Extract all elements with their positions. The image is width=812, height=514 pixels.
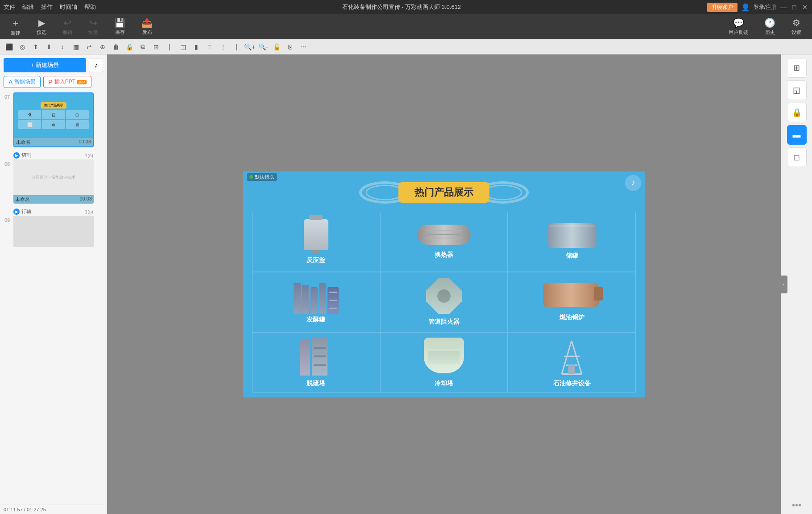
scene-action-cut: ▶ 切割 1(s) <box>4 151 103 159</box>
heatexch-image <box>417 225 471 249</box>
canvas-area: 默认镜头 ♪ 热门产品展示 <box>107 54 781 514</box>
zoom-in-icon[interactable]: 🔍+ <box>244 41 256 53</box>
copy-icon[interactable]: ⧉ <box>137 41 149 53</box>
align-l-icon[interactable]: ◫ <box>177 41 189 53</box>
ai-scene-tab[interactable]: A 智能场景 <box>4 76 41 88</box>
grid-icon[interactable]: ⊞ <box>150 41 162 53</box>
product-name-tank: 储罐 <box>566 252 578 260</box>
login-button[interactable]: 登录/注册 <box>754 4 776 11</box>
right-btn-box[interactable]: ◻ <box>787 147 807 167</box>
new-button[interactable]: ＋ 新建 <box>7 15 24 38</box>
scene-num-07: 07 <box>4 94 11 100</box>
menu-operate[interactable]: 操作 <box>41 3 53 11</box>
lock-icon[interactable]: 🔒 <box>123 41 136 53</box>
boiler-image <box>543 283 601 312</box>
ppt-tab[interactable]: P 插入PPT VIP <box>43 76 91 88</box>
product-cell-reactor[interactable]: 反应釜 <box>252 212 380 272</box>
right-btn-crop[interactable]: ◱ <box>787 80 807 100</box>
duplicate-icon[interactable]: ⎘ <box>284 41 296 53</box>
undo-button[interactable]: ↩ 撤销 <box>59 16 76 38</box>
delete-icon[interactable]: 🗑 <box>110 41 122 53</box>
history-button[interactable]: 🕐 历史 <box>761 16 779 38</box>
scene-name-08: 未命名 <box>15 196 30 203</box>
sub-toolbar: ⬛ ◎ ⬆ ⬇ ↕ ▦ ⇄ ⊕ 🗑 🔒 ⧉ ⊞ | ◫ ▮ ≡ ⋮ | 🔍+ 🔍… <box>0 39 812 54</box>
sidebar: + 新建场景 ♪ A 智能场景 P 插入PPT VIP 07 热门产品展 <box>0 54 107 514</box>
product-cell-oilrig[interactable]: 石油修井设备 <box>508 332 636 393</box>
col-icon[interactable]: ⋮ <box>217 41 229 53</box>
ferm-image <box>294 280 339 314</box>
align-h-icon[interactable]: ↕ <box>56 41 69 53</box>
close-button[interactable]: ✕ <box>801 4 808 11</box>
anchor-icon[interactable]: ⊕ <box>96 41 109 53</box>
publish-button[interactable]: 📤 发布 <box>138 16 156 38</box>
canvas[interactable]: 默认镜头 ♪ 热门产品展示 <box>243 171 645 397</box>
svg-rect-9 <box>568 365 575 374</box>
canvas-side-tab[interactable]: ‹ <box>780 276 787 293</box>
product-cell-cool[interactable]: 冷却塔 <box>380 332 508 393</box>
align-center-icon[interactable]: ◎ <box>16 41 29 53</box>
scene-preview-09 <box>13 216 94 247</box>
product-name-ferm: 发酵罐 <box>307 316 325 324</box>
align-bottom-icon[interactable]: ⬇ <box>43 41 55 53</box>
separator2: | <box>230 41 243 53</box>
row-icon[interactable]: ≡ <box>203 41 216 53</box>
lock2-icon[interactable]: 🔓 <box>270 41 283 53</box>
menu-bar: 文件 编辑 操作 时间轴 帮助 <box>4 3 96 11</box>
redo-button[interactable]: ↪ 恢复 <box>85 16 102 38</box>
product-cell-pipe[interactable]: 管道阻火器 <box>380 272 508 332</box>
app-title: 石化装备制作公司宣传 - 万彩动画大师 3.0.612 <box>342 3 461 11</box>
preview-button[interactable]: ▶ 预选 <box>33 16 50 38</box>
scene-item-09: 09 <box>4 216 103 247</box>
more-icon[interactable]: ⋯ <box>297 41 310 53</box>
product-cell-boiler[interactable]: 燃油锅炉 <box>508 272 636 332</box>
flip-icon[interactable]: ⇄ <box>83 41 95 53</box>
product-name-boiler: 燃油锅炉 <box>559 313 584 322</box>
scene-preview-08: 公司简介 · 清华农业技术 <box>13 159 94 195</box>
scene-thumb-08[interactable]: 公司简介 · 清华农业技术 未命名 00:08 <box>13 159 94 204</box>
align-top-icon[interactable]: ⬆ <box>29 41 42 53</box>
separator1: | <box>163 41 176 53</box>
oilrig-image <box>556 338 588 378</box>
product-cell-tank[interactable]: 储罐 <box>508 212 636 272</box>
upgrade-button[interactable]: 升级账户 <box>707 3 737 12</box>
menu-file[interactable]: 文件 <box>4 3 15 11</box>
distribute-icon[interactable]: ▦ <box>70 41 82 53</box>
minimize-button[interactable]: — <box>780 4 787 11</box>
right-btn-grid[interactable]: ⊞ <box>787 58 807 78</box>
maximize-button[interactable]: □ <box>791 4 798 11</box>
product-cell-desulf[interactable]: 脱硫塔 <box>252 332 380 393</box>
right-dots[interactable]: ••• <box>792 500 801 510</box>
scene-item-08: 08 公司简介 · 清华农业技术 未命名 00:08 <box>4 159 103 204</box>
settings-button[interactable]: ⚙ 设置 <box>788 16 805 38</box>
zoom-out-icon[interactable]: 🔍- <box>257 41 269 53</box>
walk-time: 1(s) <box>85 209 93 214</box>
scene-action-walk: ▶ 行辅 1(s) <box>4 207 103 216</box>
scene-time-07: 00:08 <box>79 139 91 146</box>
right-btn-lock[interactable]: 🔒 <box>787 103 807 122</box>
menu-edit[interactable]: 编辑 <box>22 3 34 11</box>
canvas-title: 热门产品展示 <box>398 182 489 203</box>
scene-thumb-09[interactable] <box>13 216 94 247</box>
product-name-pipe: 管道阻火器 <box>428 318 460 326</box>
save-button[interactable]: 💾 保存 <box>111 16 129 38</box>
new-scene-button[interactable]: + 新建场景 <box>4 58 86 72</box>
product-name-cool: 冷却塔 <box>435 380 453 388</box>
product-name-reactor: 反应釜 <box>307 256 325 264</box>
product-name-heatexch: 换热器 <box>435 251 453 259</box>
menu-timeline[interactable]: 时间轴 <box>60 3 77 11</box>
right-btn-active[interactable]: ▬ <box>787 125 807 145</box>
main-toolbar: ＋ 新建 ▶ 预选 ↩ 撤销 ↪ 恢复 💾 保存 📤 发布 💬 用户反馈 🕐 历… <box>0 14 812 39</box>
feedback-button[interactable]: 💬 用户反馈 <box>725 16 752 38</box>
scene-num-09: 09 <box>4 217 11 223</box>
product-cell-ferm[interactable]: 发酵罐 <box>252 272 380 332</box>
right-bracket <box>485 180 530 205</box>
align-r-icon[interactable]: ▮ <box>190 41 203 53</box>
product-cell-heatexch[interactable]: 换热器 <box>380 212 508 272</box>
menu-help[interactable]: 帮助 <box>84 3 96 11</box>
scene-list: 07 热门产品展示 ⚗ ⊟ ⬡ ⬜ ⊚ ⊠ <box>0 91 107 505</box>
music-button[interactable]: ♪ <box>89 58 103 72</box>
titlebar-right: 升级账户 👤 登录/注册 — □ ✕ <box>707 3 808 12</box>
scene-thumb-07[interactable]: 热门产品展示 ⚗ ⊟ ⬡ ⬜ ⊚ ⊠ 未命名 <box>13 92 94 147</box>
scene-item-07: 07 热门产品展示 ⚗ ⊟ ⬡ ⬜ ⊚ ⊠ <box>4 92 103 147</box>
align-left-icon[interactable]: ⬛ <box>3 41 15 53</box>
